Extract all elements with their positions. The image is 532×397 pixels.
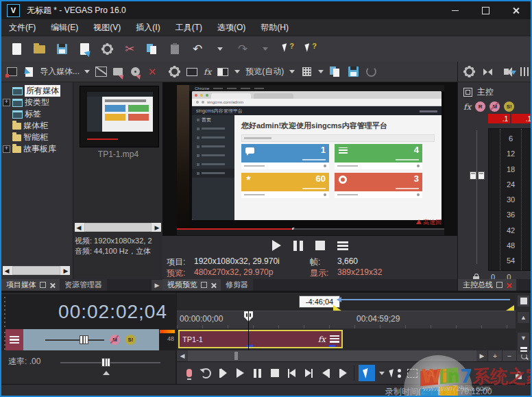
event-menu-icon[interactable] bbox=[330, 335, 339, 343]
play-icon[interactable] bbox=[272, 240, 281, 251]
undock-icon[interactable] bbox=[40, 282, 46, 288]
mixing-console-button[interactable] bbox=[518, 66, 531, 78]
scrollbar-track[interactable] bbox=[188, 350, 476, 361]
insert-bus-button[interactable] bbox=[481, 66, 494, 78]
track-menu-button[interactable] bbox=[5, 329, 23, 350]
tree-item-media-bins[interactable]: 媒体柜 bbox=[1, 120, 73, 132]
external-monitor-button[interactable] bbox=[186, 66, 198, 78]
scrollbar-thumb[interactable] bbox=[12, 266, 60, 275]
mixer-properties-button[interactable] bbox=[463, 66, 475, 78]
rate-slider[interactable] bbox=[60, 362, 160, 363]
scrollbar-thumb[interactable] bbox=[234, 352, 238, 360]
play-button[interactable] bbox=[234, 365, 247, 381]
new-project-button[interactable] bbox=[8, 41, 25, 58]
envelope-tool-button[interactable] bbox=[389, 365, 402, 381]
expand-plus-icon[interactable] bbox=[3, 145, 10, 153]
close-tab-icon[interactable] bbox=[49, 282, 55, 288]
loop-region-line[interactable] bbox=[337, 299, 510, 300]
scroll-right-icon[interactable]: ▶ bbox=[153, 224, 161, 231]
cut-button[interactable]: ✂ bbox=[121, 41, 138, 58]
chevron-down-icon[interactable] bbox=[84, 70, 90, 73]
menu-options[interactable]: 选项(O) bbox=[210, 19, 253, 36]
undo-dropdown[interactable] bbox=[212, 41, 228, 58]
pause-icon[interactable] bbox=[293, 241, 303, 251]
save-snapshot-button[interactable] bbox=[347, 66, 359, 78]
normal-edit-tool-button[interactable] bbox=[359, 365, 375, 381]
close-tab-icon[interactable] bbox=[506, 282, 511, 288]
cursor-timecode[interactable]: 00:02:02;04 bbox=[5, 294, 176, 329]
master-fx-button[interactable]: fx bbox=[463, 102, 471, 112]
zoom-edit-tool-button[interactable] bbox=[423, 365, 436, 381]
tree-item-smart-bins[interactable]: 智能柜 bbox=[1, 132, 73, 143]
go-to-end-button[interactable] bbox=[302, 365, 315, 381]
render-as-button[interactable] bbox=[76, 41, 93, 58]
media-thumbnail[interactable] bbox=[80, 86, 159, 147]
split-screen-button[interactable] bbox=[217, 66, 229, 78]
new-bin-button[interactable] bbox=[5, 66, 18, 78]
undock-icon[interactable] bbox=[201, 282, 207, 288]
video-track-row[interactable]: TP1-1 fx bbox=[177, 328, 516, 350]
maximize-button[interactable] bbox=[470, 1, 500, 19]
timeline-event[interactable]: TP1-1 fx bbox=[178, 330, 343, 348]
automation-settings-icon[interactable] bbox=[475, 101, 485, 112]
tab-trimmer[interactable]: 修剪器 bbox=[221, 279, 253, 291]
clip-indicator-right[interactable]: .1 bbox=[511, 114, 532, 123]
pause-button[interactable] bbox=[251, 365, 264, 381]
marker-tool-button[interactable] bbox=[518, 296, 529, 306]
lock-button[interactable] bbox=[512, 368, 525, 383]
track-volume-slider[interactable] bbox=[45, 339, 104, 341]
media-h-scrollbar[interactable]: ◀ ▶ bbox=[75, 223, 161, 232]
tree-h-scrollbar[interactable]: ◀ ▶ bbox=[3, 266, 70, 275]
chevron-down-icon[interactable] bbox=[379, 372, 385, 375]
chevron-down-icon[interactable] bbox=[234, 70, 240, 73]
stop-button[interactable] bbox=[268, 365, 281, 381]
tab-overflow-button[interactable]: ▶ bbox=[152, 280, 162, 291]
play-from-start-button[interactable] bbox=[217, 365, 230, 381]
capture-video-button[interactable] bbox=[112, 66, 124, 78]
scroll-right-button[interactable]: ▶ bbox=[476, 350, 487, 361]
menu-file[interactable]: 文件(F) bbox=[1, 19, 43, 36]
downmix-button[interactable] bbox=[500, 66, 512, 78]
clip-indicator-left[interactable]: .1 bbox=[488, 114, 510, 123]
save-button[interactable] bbox=[53, 41, 70, 58]
go-to-start-button[interactable] bbox=[285, 365, 298, 381]
next-frame-button[interactable] bbox=[337, 365, 350, 381]
timeline-ruler[interactable]: 00:00:00;00 00:04:59;29 bbox=[177, 311, 516, 329]
tree-item-all-media[interactable]: 所有媒体 bbox=[1, 85, 73, 97]
properties-button[interactable] bbox=[99, 41, 115, 58]
scroll-left-icon[interactable]: ◀ bbox=[3, 267, 11, 274]
close-button[interactable] bbox=[500, 1, 531, 19]
scrollbar-thumb[interactable] bbox=[84, 223, 152, 232]
import-media-label[interactable]: 导入媒体... bbox=[40, 66, 80, 77]
loop-end-marker[interactable] bbox=[506, 305, 514, 311]
menu-help[interactable]: 帮助(H) bbox=[253, 19, 296, 36]
preview-quality-selector[interactable]: 预览(自动) bbox=[245, 66, 284, 77]
auto-preview-button[interactable] bbox=[95, 66, 107, 78]
expand-plus-icon[interactable] bbox=[3, 99, 10, 106]
menu-insert[interactable]: 插入(I) bbox=[128, 19, 167, 36]
menu-edit[interactable]: 编辑(E) bbox=[43, 19, 86, 36]
loop-playback-button[interactable] bbox=[200, 365, 213, 381]
chevron-down-icon[interactable] bbox=[289, 70, 295, 73]
tab-explorer[interactable]: 资源管理器 bbox=[60, 279, 107, 291]
chevron-down-icon[interactable] bbox=[318, 70, 324, 73]
scroll-left-icon[interactable]: ◀ bbox=[75, 224, 83, 231]
undo-button[interactable]: ↶ bbox=[189, 41, 206, 58]
remove-media-button[interactable]: ✕ bbox=[146, 66, 158, 78]
video-output-fx-button[interactable]: fx bbox=[204, 67, 211, 77]
extract-audio-button[interactable] bbox=[129, 66, 141, 78]
undock-icon[interactable] bbox=[496, 282, 503, 288]
tree-item-by-type[interactable]: 按类型 bbox=[1, 97, 73, 108]
scroll-left-button[interactable]: ◀ bbox=[177, 350, 188, 361]
tab-master-bus[interactable]: 主控总线 bbox=[458, 279, 516, 291]
copy-button[interactable] bbox=[144, 41, 160, 58]
prev-frame-button[interactable] bbox=[319, 365, 332, 381]
scroll-up-button[interactable]: ▲ bbox=[518, 312, 529, 323]
import-media-button[interactable] bbox=[23, 66, 35, 78]
master-fader-handle[interactable] bbox=[470, 171, 485, 180]
tree-item-storyboard-bins[interactable]: 故事板库 bbox=[1, 143, 73, 155]
zoom-in-button[interactable]: + bbox=[487, 350, 502, 361]
record-button[interactable] bbox=[182, 365, 195, 381]
interactive-tutorials-button[interactable] bbox=[280, 41, 296, 58]
solo-icon[interactable] bbox=[504, 101, 514, 112]
